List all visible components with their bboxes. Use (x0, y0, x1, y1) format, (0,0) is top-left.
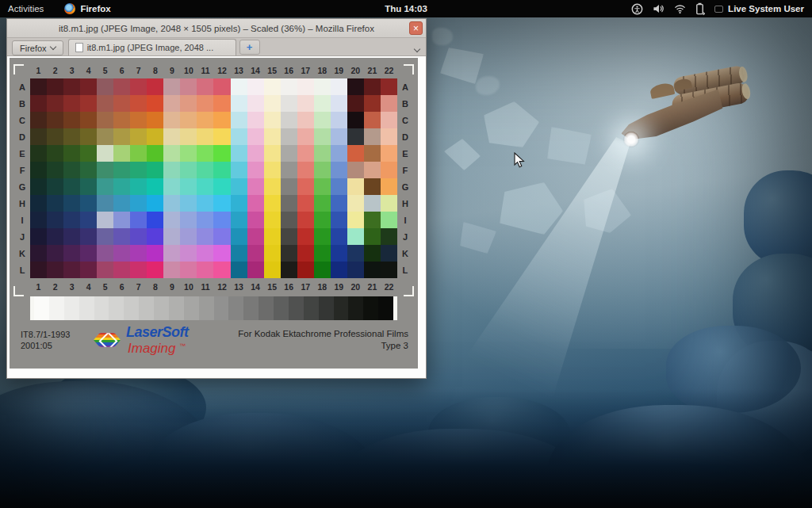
color-patch (113, 145, 130, 162)
grayscale-step (199, 296, 214, 320)
color-patch (113, 212, 130, 228)
color-patch (180, 228, 197, 245)
color-patch (180, 128, 197, 145)
color-patch (281, 78, 297, 95)
firefox-app-menu-button[interactable]: Firefox (12, 40, 63, 55)
color-patch (281, 228, 297, 245)
row-label: F (397, 162, 413, 178)
film-type-line2: Type 3 (238, 340, 408, 352)
color-patch (47, 162, 63, 178)
grayscale-step (243, 296, 259, 320)
color-patch (113, 78, 130, 95)
column-number: 20 (347, 282, 364, 292)
color-patch (381, 178, 397, 195)
registration-mark (404, 286, 414, 296)
column-number: 21 (364, 66, 381, 75)
user-menu[interactable]: Live System User (714, 4, 804, 13)
color-patch (147, 78, 163, 95)
color-patch (364, 245, 381, 262)
volume-icon[interactable] (653, 3, 665, 14)
color-patch (63, 195, 80, 212)
column-number: 3 (63, 282, 80, 292)
list-all-tabs-icon[interactable] (414, 46, 420, 52)
color-patch (264, 95, 281, 112)
color-patch (247, 195, 264, 212)
grayscale-step (49, 296, 64, 320)
grayscale-step (154, 296, 169, 320)
ramp-white-bar (393, 296, 397, 320)
battery-icon[interactable] (695, 2, 705, 15)
ship-headlight (623, 132, 639, 147)
tab-bar: Firefox it8.m1.jpg (JPEG Image, 2048 ...… (7, 38, 426, 56)
row-label: J (397, 228, 413, 245)
color-patch (364, 262, 381, 278)
color-patch (163, 112, 180, 128)
color-patch (381, 78, 397, 95)
color-patch (213, 228, 230, 245)
color-patch (163, 178, 180, 195)
color-patch (264, 245, 281, 262)
ship-superstructure (649, 82, 676, 99)
color-patch (247, 245, 264, 262)
color-patch (213, 128, 230, 145)
row-label: B (397, 95, 413, 112)
color-patch (281, 178, 297, 195)
color-patch (180, 162, 197, 178)
color-patch (381, 162, 397, 178)
color-patch (197, 78, 213, 95)
grayscale-step (139, 296, 154, 320)
color-patch (147, 95, 163, 112)
patch-row-K: KK (14, 245, 413, 262)
column-number: 11 (197, 66, 213, 75)
column-number: 12 (213, 282, 230, 292)
color-patch (147, 162, 163, 178)
color-patch (331, 112, 347, 128)
column-number: 1 (30, 282, 47, 292)
color-patch (80, 178, 97, 195)
color-patch (163, 245, 180, 262)
column-number: 18 (314, 66, 331, 75)
color-patch (63, 112, 80, 128)
color-patch (364, 195, 381, 212)
color-patch (163, 212, 180, 228)
close-button[interactable]: × (409, 21, 423, 35)
color-patch (364, 145, 381, 162)
window-titlebar[interactable]: it8.m1.jpg (JPEG Image, 2048 × 1505 pixe… (7, 19, 426, 38)
patch-row-A: AA (14, 78, 413, 95)
tab-it8-image[interactable]: it8.m1.jpg (JPEG Image, 2048 ... (68, 39, 236, 55)
column-number: 8 (147, 282, 163, 292)
color-patch (364, 212, 381, 228)
color-patch (47, 128, 63, 145)
color-patch (30, 245, 47, 262)
color-patch (113, 128, 130, 145)
column-number: 1 (30, 66, 47, 75)
color-patch (163, 128, 180, 145)
color-patch (80, 78, 97, 95)
color-patch (314, 212, 331, 228)
color-patch (264, 262, 281, 278)
color-patch (197, 112, 213, 128)
color-patch (264, 78, 281, 95)
color-patch (381, 195, 397, 212)
column-number: 13 (231, 282, 247, 292)
color-patch (30, 178, 47, 195)
color-patch (281, 95, 297, 112)
grayscale-step (124, 296, 139, 320)
row-label: H (397, 195, 413, 212)
color-patch (147, 145, 163, 162)
color-patch (347, 162, 364, 178)
color-patch (63, 262, 80, 278)
color-patch (80, 128, 97, 145)
new-tab-button[interactable]: + (239, 40, 260, 55)
grayscale-step (259, 296, 274, 320)
column-number: 6 (113, 66, 130, 75)
color-patch (130, 95, 147, 112)
wifi-icon[interactable] (674, 4, 686, 14)
accessibility-icon[interactable] (631, 3, 643, 15)
brand-name: LaserSoft (126, 324, 189, 340)
column-number: 2 (47, 66, 63, 75)
color-patch (364, 128, 381, 145)
color-patch (331, 212, 347, 228)
color-patch (113, 262, 130, 278)
color-patch (347, 245, 364, 262)
